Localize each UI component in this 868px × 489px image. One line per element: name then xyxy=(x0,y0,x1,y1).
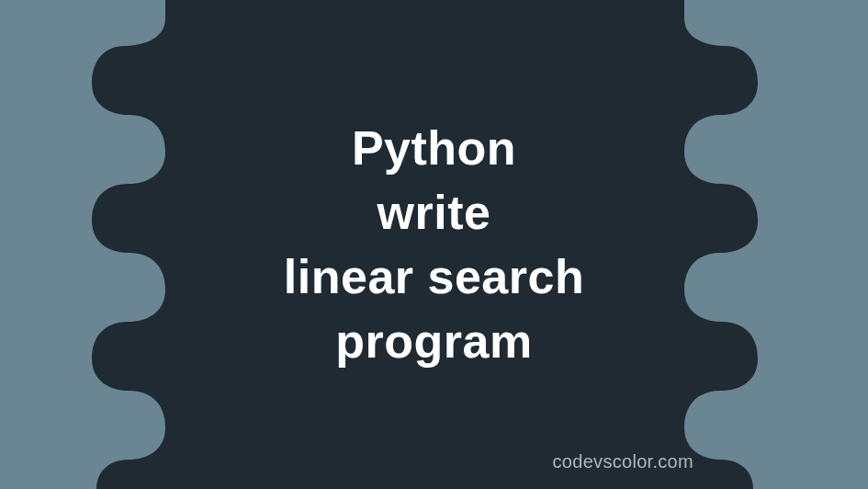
title-line-3: linear search xyxy=(284,244,584,309)
title-line-1: Python xyxy=(352,116,516,180)
title-text-container: Python write linear search program xyxy=(0,0,868,489)
watermark-text: codevscolor.com xyxy=(553,451,693,472)
title-line-2: write xyxy=(378,180,491,244)
title-line-4: program xyxy=(335,309,532,373)
